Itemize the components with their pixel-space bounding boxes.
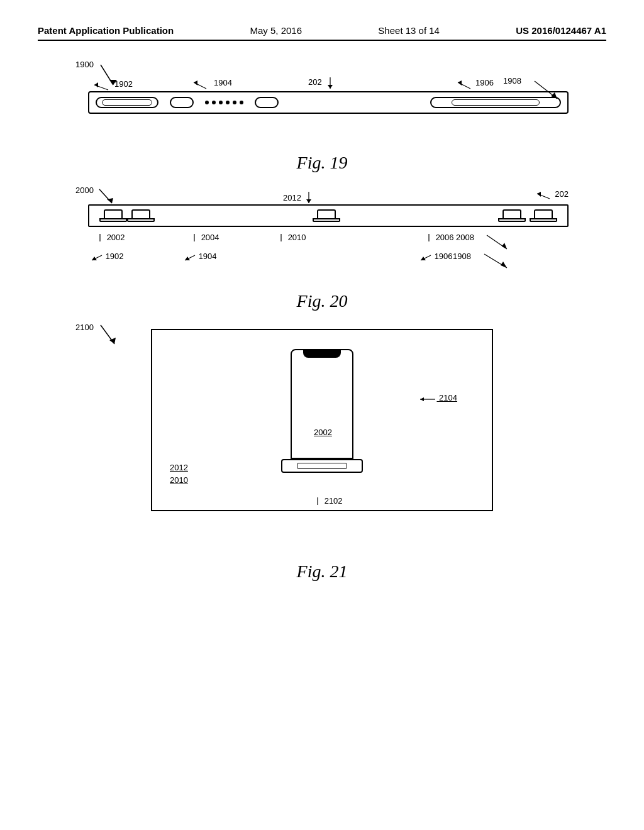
ref-2010-bot: 2010 — [277, 233, 306, 243]
arrow-1904-fig19 — [189, 77, 214, 90]
ref-1906-fig19: 1906 — [453, 77, 494, 90]
conn-bot-2006 — [498, 218, 526, 222]
conn-bot-2004 — [127, 218, 155, 222]
ref-1908-bot: 1908 — [453, 252, 471, 261]
ref-202-fig20: 202 — [532, 189, 569, 201]
arrow-1908-bot — [482, 252, 509, 270]
svg-marker-11 — [551, 92, 557, 99]
ref-2100: 2100 — [75, 323, 94, 332]
arrow-2012-down — [304, 192, 314, 206]
fig19-device-bar — [88, 91, 569, 114]
conn-bot-2010 — [313, 218, 340, 222]
ref-2004-bot: 2004 — [190, 233, 219, 243]
fig19-caption: Fig. 19 — [38, 153, 606, 173]
fig20-connector-2008 — [530, 209, 557, 222]
conn-top-2010 — [317, 209, 336, 218]
arrow-2002-bot — [96, 234, 104, 243]
header-patent-number: US 2016/0124467 A1 — [516, 25, 606, 36]
fig19-dots — [205, 101, 243, 104]
conn-bot-2008 — [530, 218, 557, 222]
ref-2002-fig21: 2002 — [314, 428, 332, 437]
fig21-caption: Fig. 21 — [38, 562, 606, 582]
fig20-connector-2002 — [99, 209, 127, 222]
fig19-diagram: 1900 — [38, 60, 606, 148]
svg-marker-31 — [501, 262, 507, 268]
svg-marker-7 — [328, 85, 333, 89]
ref-1904-bot: 1904 — [182, 252, 217, 262]
ref-2010-fig21: 2010 — [170, 475, 188, 485]
ref-2006-bot: 2006 — [425, 233, 454, 243]
conn-bot-2002 — [99, 218, 127, 222]
fig19-left-speaker-inner — [102, 99, 152, 106]
conn-top-2006 — [502, 209, 521, 218]
arrow-2102 — [313, 497, 322, 506]
header-date: May 5, 2016 — [250, 25, 302, 36]
fig20-diagram: 2000 202 2012 — [38, 185, 606, 286]
header-publication-label: Patent Application Publication — [38, 25, 174, 36]
dot-6 — [240, 101, 243, 104]
arrow-202-fig19 — [324, 76, 336, 90]
arrow-2006-bot — [425, 234, 433, 243]
svg-marker-35 — [420, 397, 424, 401]
ref-1902-bot: 1902 — [89, 252, 124, 262]
ref-1908-fig19: 1908 — [503, 76, 521, 86]
dot-1 — [205, 101, 209, 104]
conn-top-2004 — [131, 209, 150, 218]
ref-2012-fig21: 2012 — [170, 463, 188, 472]
figure-21-area: 2100 — [38, 323, 606, 582]
figure-19-area: 1900 — [38, 60, 606, 173]
fig20-connector-2004 — [127, 209, 155, 222]
ref-1900: 1900 — [75, 60, 94, 69]
header-sheet: Sheet 13 of 14 — [378, 25, 440, 36]
conn-top-2008 — [534, 209, 553, 218]
arrow-202-fig20 — [532, 189, 555, 201]
arrow-1906-bot-svg — [418, 253, 432, 262]
ref-2102: 2102 — [313, 496, 343, 506]
fig19-right-speaker-inner — [452, 99, 540, 106]
ref-2104: 2104 — [418, 393, 457, 403]
arrow-2004-bot — [190, 234, 199, 243]
arrow-2104 — [418, 394, 436, 403]
svg-marker-23 — [502, 243, 507, 249]
ref-2012-fig20: 2012 — [283, 192, 314, 206]
arrow-1906-fig19 — [453, 77, 475, 90]
fig20-connector-2010 — [313, 209, 340, 222]
arrow-2010-bot — [277, 234, 286, 243]
arrow-2100 — [96, 323, 121, 346]
fig21-device-notch — [303, 350, 341, 358]
fig19-oval-button — [170, 97, 194, 108]
arrow-1904-bot-svg — [182, 253, 196, 262]
ref-2002-bot: 2002 — [96, 233, 125, 243]
fig21-box: 2104 2002 2012 2010 2102 — [151, 329, 493, 511]
figure-20-area: 2000 202 2012 — [38, 185, 606, 311]
fig21-device-base — [281, 459, 363, 473]
dot-2 — [212, 101, 216, 104]
dot-4 — [226, 101, 230, 104]
arrow-2008-bot — [484, 233, 509, 252]
fig20-caption: Fig. 20 — [38, 291, 606, 311]
fig19-oval-button-right — [255, 97, 279, 108]
fig20-connector-2006 — [498, 209, 526, 222]
fig19-left-speaker — [96, 97, 158, 108]
page-header: Patent Application Publication May 5, 20… — [38, 25, 606, 41]
arrow-2000 — [94, 185, 119, 206]
dot-5 — [233, 101, 236, 104]
arrow-1902-bot-svg — [89, 253, 103, 262]
ref-1906-bot: 1906 — [418, 252, 453, 262]
arrow-1908-fig19 — [532, 76, 564, 101]
svg-marker-3 — [94, 82, 98, 87]
arrow-1902-fig19 — [89, 79, 114, 91]
ref-2000: 2000 — [75, 185, 94, 195]
dot-3 — [219, 101, 223, 104]
svg-marker-17 — [306, 199, 311, 203]
fig21-base-inner — [297, 463, 347, 469]
ref-1904-fig19: 1904 — [189, 77, 232, 90]
page: Patent Application Publication May 5, 20… — [0, 0, 644, 830]
ref-202-fig19: 202 — [308, 76, 336, 90]
ref-1902-fig19: 1902 — [89, 79, 133, 91]
fig20-device-bar — [88, 204, 569, 227]
conn-top-2002 — [104, 209, 123, 218]
ref-2008-bot: 2008 — [456, 233, 474, 242]
fig21-diagram: 2100 — [38, 323, 606, 549]
fig21-device-body — [291, 349, 353, 459]
